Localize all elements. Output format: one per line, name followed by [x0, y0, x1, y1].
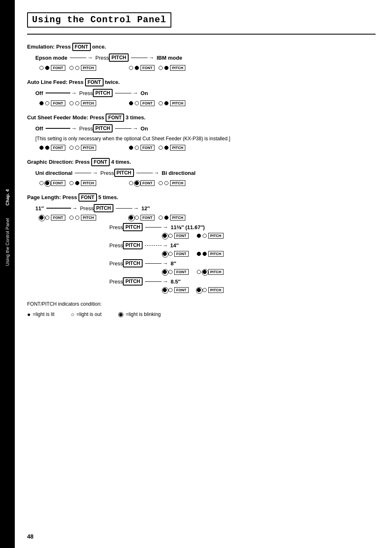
led-pl4-font-l: [163, 252, 167, 256]
led-gd-pitch2-r: [164, 181, 168, 185]
pitch-key-pl3: PITCH: [123, 241, 143, 249]
led-pl1-pitch-l: [69, 216, 74, 220]
led-pl6-font-l: [163, 288, 167, 292]
pitch-key-em: PITCH: [109, 53, 129, 62]
led-gd-font1-l: [39, 181, 44, 185]
led-em-font1-r: [45, 66, 49, 70]
section-graphic: Graphic Direction: Press FONT 4 times. U…: [27, 158, 376, 186]
led-gd-font2-r: [135, 181, 139, 185]
led-gd-pitch2-l: [159, 181, 163, 185]
sidebar: Chap. 4 Using the Control Panel: [0, 0, 15, 548]
led-cs-pitch1-r: [75, 146, 79, 150]
pl-ind4: FONT PITCH: [163, 269, 376, 275]
section-pagelength: Page Length: Press FONT 5 times. 11″ Pre…: [27, 193, 376, 293]
emulation-indicators: FONT PITCH FONT PITCH: [39, 65, 376, 71]
arrow-gd1: [75, 170, 98, 176]
led-pl3-font-r: [168, 234, 173, 238]
led-al-font1-r: [45, 101, 49, 105]
page-number: 48: [27, 533, 34, 540]
led-pl3-font-l: [163, 234, 167, 238]
led-cs-font2-l: [129, 146, 133, 150]
led-pl6-pitch-r: [203, 288, 207, 292]
arrow2: [131, 54, 154, 61]
font-key-gd: FONT: [91, 158, 110, 166]
ibm-indicators: FONT PITCH: [129, 65, 186, 71]
pl-ind5: FONT PITCH: [163, 287, 376, 293]
arrow-pl4: [145, 260, 168, 267]
led-pl3-pitch-r: [203, 234, 207, 238]
legend-out: ○ =light is out: [71, 311, 102, 318]
section-cutsheet: Cut Sheet Feeder Mode: Press FONT 3 time…: [27, 114, 376, 151]
legend-row: ● =light is lit ○ =light is out ◉ =light…: [27, 310, 376, 318]
arrow-gd2: [136, 170, 159, 176]
pitch-key-pl2: PITCH: [123, 223, 143, 231]
cutsheet-note: [This setting is only necessary when the…: [35, 136, 376, 142]
led-pl6-font-r: [168, 288, 173, 292]
led-pl4-pitch-r: [203, 252, 207, 256]
cutsheet-indicators: FONT PITCH FONT PITCH: [39, 145, 376, 151]
pl-flow5: Press PITCH 8.5″: [109, 277, 376, 286]
arrow-pl2: [145, 224, 168, 230]
led-pl1-pitch-r: [75, 216, 79, 220]
page-title: Using the Control Panel: [27, 12, 171, 28]
led-pl2-pitch-l: [159, 216, 163, 220]
led-em-font1-l: [39, 66, 44, 70]
font-label-em2: FONT: [141, 65, 155, 71]
pitch-label-em2: PITCH: [170, 65, 185, 71]
led-cs-font1-r: [45, 146, 49, 150]
footer: FONT/PITCH indicators condition: ● =ligh…: [27, 301, 376, 318]
pl-flow3: Press PITCH → 14″: [109, 241, 376, 249]
pl-flow1: 11″ Press PITCH 12″: [35, 204, 376, 212]
led-al-pitch1-r: [75, 101, 79, 105]
led-al-pitch1-l: [69, 101, 74, 105]
pitch-key-gd: PITCH: [114, 169, 134, 177]
led-pl4-pitch-l: [197, 252, 201, 256]
led-pl4-font-r: [168, 252, 173, 256]
emulation-title: Emulation: Press FONT once.: [27, 43, 376, 51]
font-key-cs: FONT: [106, 114, 124, 122]
arrow-pl1: [116, 205, 139, 211]
led-al-font2-l: [129, 101, 133, 105]
font-key-al: FONT: [85, 78, 104, 86]
autoline-indicators: FONT PITCH FONT PITCH: [39, 100, 376, 106]
pitch-key-al: PITCH: [93, 89, 113, 97]
led-cs-font1-l: [39, 146, 44, 150]
autoline-title: Auto Line Feed: Press FONT twice.: [27, 78, 376, 86]
arrow-cs: [115, 125, 138, 132]
led-em-pitch1-r: [75, 66, 79, 70]
led-al-pitch2-r: [164, 101, 168, 105]
led-cs-pitch1-l: [69, 146, 74, 150]
led-cs-pitch2-l: [159, 146, 163, 150]
cutsheet-flow: Off Press PITCH On: [35, 124, 376, 132]
arrow1: [70, 54, 93, 61]
led-pl1-font-r: [45, 216, 49, 220]
pl-ind1: FONT PITCH FONT PITCH: [39, 215, 376, 221]
cutsheet-title: Cut Sheet Feeder Mode: Press FONT 3 time…: [27, 114, 376, 122]
long-arrow-pl1: [46, 205, 78, 211]
graphic-title: Graphic Direction: Press FONT 4 times.: [27, 158, 376, 166]
condition-label: FONT/PITCH indicators condition:: [27, 301, 376, 307]
led-em-pitch1-l: [69, 66, 74, 70]
led-pl5-font-l: [163, 270, 167, 274]
sidebar-label: Using the Control Panel: [5, 218, 10, 266]
legend-lit: ● =light is lit: [27, 311, 55, 318]
led-al-font2-r: [135, 101, 139, 105]
pitch-key-pl1: PITCH: [94, 204, 113, 212]
pitch-key-cs: PITCH: [93, 124, 113, 132]
led-em-font2-r: [135, 66, 139, 70]
led-gd-font1-r: [45, 181, 49, 185]
led-gd-pitch1-r: [75, 181, 79, 185]
led-pl3-pitch-l: [197, 234, 201, 238]
led-pl5-pitch-r: [203, 270, 207, 274]
led-pl2-pitch-r: [164, 216, 168, 220]
section-autoline: Auto Line Feed: Press FONT twice. Off Pr…: [27, 78, 376, 106]
led-em-pitch2-r: [164, 66, 168, 70]
epson-indicators: FONT PITCH: [39, 65, 96, 71]
led-pl6-pitch-l: [197, 288, 201, 292]
sidebar-chap: Chap. 4: [5, 189, 10, 206]
long-arrow-al: [46, 90, 77, 96]
legend-blink: ◉ =light is blinking: [118, 310, 161, 318]
pagelength-title: Page Length: Press FONT 5 times.: [27, 193, 376, 202]
autoline-flow: Off Press PITCH On: [35, 89, 376, 97]
pitch-key-pl4: PITCH: [123, 259, 143, 267]
